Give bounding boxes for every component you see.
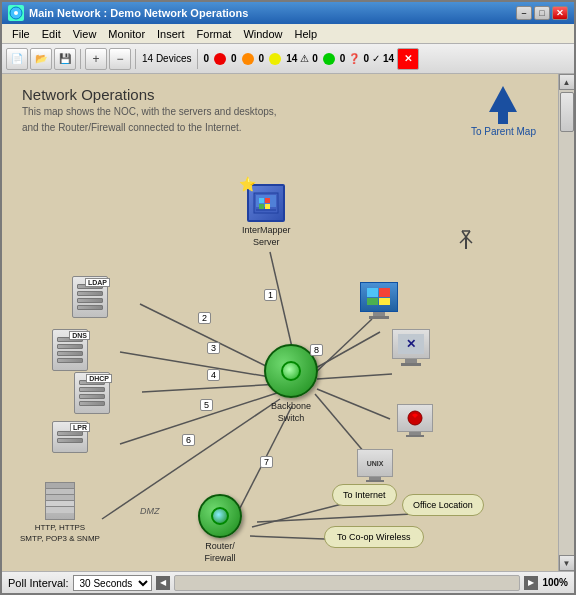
http-server-icon [45,482,75,520]
svg-rect-26 [259,198,264,203]
ldap-node[interactable]: LDAP [72,276,108,320]
menu-insert[interactable]: Insert [151,26,191,42]
maximize-button[interactable]: □ [534,6,550,20]
parent-arrow-head [489,86,517,112]
map-desc-1: This map shows the NOC, with the servers… [22,105,277,119]
toolbar-open[interactable]: 📂 [30,48,52,70]
redhat-base [406,435,424,437]
question-icon: ❓ [348,53,360,64]
dhcp-node[interactable]: DHCP [74,372,110,416]
window-title: Main Network : Demo Network Operations [29,7,516,19]
to-parent-map-button[interactable]: To Parent Map [471,86,536,137]
count-ok: 0 [312,53,318,64]
router-icon [198,494,242,538]
backbone-switch-node[interactable]: BackboneSwitch [264,344,318,424]
svg-point-1 [14,11,18,15]
main-content: Network Operations This map shows the NO… [2,74,574,571]
scroll-up-button[interactable]: ▲ [559,74,575,90]
status-dot-green [323,53,335,65]
toolbar-zoom-out[interactable]: − [109,48,131,70]
svg-rect-33 [379,298,390,305]
svg-rect-30 [367,288,378,297]
line-label-7: 7 [260,456,273,468]
minimize-button[interactable]: – [516,6,532,20]
menu-bar: File Edit View Monitor Insert Format Win… [2,24,574,44]
menu-help[interactable]: Help [289,26,324,42]
scroll-thumb-v[interactable] [560,92,574,132]
svg-line-15 [317,389,390,419]
unix-base [366,480,384,482]
menu-edit[interactable]: Edit [36,26,67,42]
coop-wireless-cloud[interactable]: To Co-op Wireless [324,526,424,548]
intermapper-server-node[interactable]: ⭐ InterMapperSe [242,184,291,248]
menu-file[interactable]: File [6,26,36,42]
menu-window[interactable]: Window [237,26,288,42]
window-controls: – □ ✕ [516,6,568,20]
switch-inner [281,361,301,381]
scroll-track-v [559,90,574,555]
windows-desktop-node[interactable] [360,282,398,319]
toolbar-stop[interactable]: ✕ [397,48,419,70]
vertical-scrollbar[interactable]: ▲ ▼ [558,74,574,571]
toolbar-sep-1 [80,49,81,69]
title-bar: Main Network : Demo Network Operations –… [2,2,574,24]
menu-monitor[interactable]: Monitor [102,26,151,42]
scroll-right-button[interactable]: ▶ [524,576,538,590]
svg-rect-31 [379,288,390,297]
redhat-screen [397,404,433,432]
antenna-icon [454,229,478,255]
menu-view[interactable]: View [67,26,103,42]
line-label-4: 4 [207,369,220,381]
map-desc-2: and the Router/Firewall connected to the… [22,121,277,135]
count-check: 0 [363,53,369,64]
toolbar-save[interactable]: 💾 [54,48,76,70]
status-bar: Poll Interval: 30 Seconds ◀ ▶ 100% [2,571,574,593]
toolbar-zoom-in[interactable]: + [85,48,107,70]
svg-line-12 [257,514,412,522]
count-orange: 0 [231,53,237,64]
to-internet-cloud[interactable]: To Internet [332,484,397,506]
menu-format[interactable]: Format [191,26,238,42]
horizontal-scrollbar[interactable] [174,575,521,591]
svg-text:✕: ✕ [406,337,416,351]
router-label: Router/Firewall [204,540,235,564]
scroll-left-button[interactable]: ◀ [156,576,170,590]
map-area[interactable]: Network Operations This map shows the NO… [2,74,558,571]
office-location-cloud[interactable]: Office Location [402,494,484,516]
http-label: HTTP, HTTPSSMTP, POP3 & SNMP [20,522,100,544]
dns-node[interactable]: DNS [52,329,88,373]
poll-interval-select[interactable]: 30 Seconds [73,575,152,591]
office-label: Office Location [402,494,484,516]
dns-label-tag: DNS [69,331,90,340]
to-parent-label: To Parent Map [471,126,536,137]
windows-desktop-icon [360,282,398,319]
svg-line-21 [466,231,470,237]
mac-desktop-node[interactable]: ✕ [392,329,430,366]
unix-screen: UNIX [357,449,393,477]
http-server-node[interactable]: HTTP, HTTPSSMTP, POP3 & SNMP [20,482,100,544]
svg-rect-27 [265,198,270,203]
close-button[interactable]: ✕ [552,6,568,20]
svg-line-7 [102,399,280,519]
lpr-node[interactable]: LPR [52,421,88,455]
svg-line-14 [317,374,392,379]
svg-rect-32 [367,298,378,305]
check-icon: ✓ [372,53,380,64]
alarm-icon: ⚠ [300,53,309,64]
line-label-6: 6 [182,434,195,446]
mac-screen: ✕ [392,329,430,359]
redhat-node[interactable] [397,404,433,437]
unix-node[interactable]: UNIX [357,449,393,482]
svg-line-13 [314,332,380,369]
count-total: 14 [383,53,394,64]
lpr-label-tag: LPR [70,423,90,432]
router-node[interactable]: Router/Firewall [198,494,242,564]
intermapper-label: InterMapperServer [242,224,291,248]
count-question: 0 [340,53,346,64]
map-title: Network Operations [22,86,277,103]
scroll-down-button[interactable]: ▼ [559,555,575,571]
mac-desktop-icon: ✕ [392,329,430,366]
ldap-label-tag: LDAP [85,278,110,287]
intermapper-icon: ⭐ [247,184,285,222]
toolbar-new[interactable]: 📄 [6,48,28,70]
